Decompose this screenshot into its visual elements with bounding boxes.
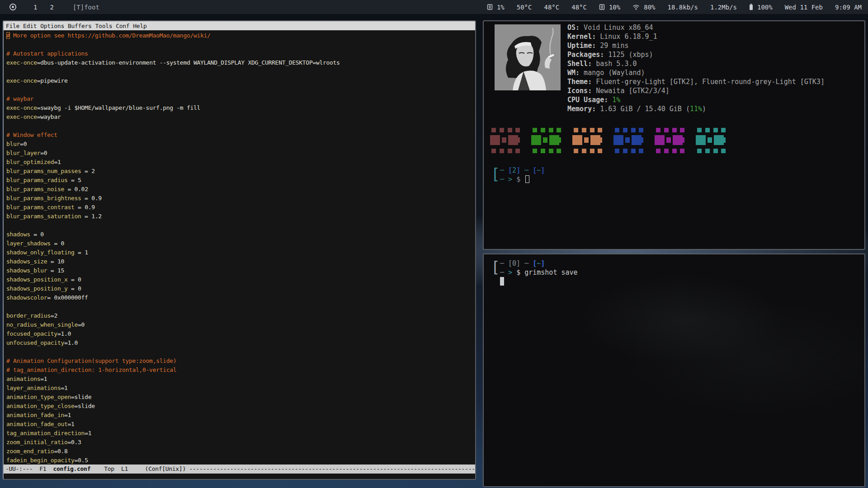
terminal-fastfetch-window[interactable]: OS: Void Linux x86_64Kernel: Linux 6.18.… [483, 20, 865, 250]
text-segment: = 1.2 [81, 213, 102, 220]
bar-module-value: 9:09 AM [835, 4, 862, 11]
text-segment: ] [516, 166, 520, 174]
text-segment: bash 5.3.0 [592, 60, 637, 68]
prompt-bracket: [ [491, 165, 500, 184]
text-segment: =dbus-update-activation-environment --sy… [37, 59, 340, 66]
text-segment: =1 [64, 412, 71, 418]
buffer-line: # Animation Configuration(support type:z… [6, 357, 475, 366]
text-segment: $ [516, 175, 524, 183]
text-segment: layer_animations [6, 385, 61, 391]
text-segment: =0.5 [75, 457, 88, 464]
text-segment: =1.0 [57, 330, 71, 337]
buffer-line: # tag_animation_direction: 1-horizontal,… [6, 366, 475, 375]
bar-module: 48°C [571, 4, 587, 11]
fetch-line: Kernel: Linux 6.18.9_1 [567, 32, 825, 41]
text-segment: ----------------------------------------… [189, 465, 475, 472]
text-segment: $ grimshot save [516, 268, 577, 277]
text-segment: animations [6, 375, 40, 382]
text-segment: =pipewire [37, 77, 68, 84]
text-segment: = 0.9 [81, 195, 102, 202]
cpu-icon [487, 4, 493, 10]
bar-module-value: 80% [644, 4, 655, 11]
text-segment: Theme: [567, 78, 592, 86]
buffer-line: exec-once=dbus-update-activation-environ… [6, 58, 475, 67]
text-segment: ~ [537, 259, 541, 267]
fetch-line: OS: Void Linux x86_64 [567, 23, 825, 32]
modeline-line: -UU-:--- F1 config.conf Top L1 (Conf[Uni… [5, 465, 475, 474]
text-segment: animation_fade_in [6, 412, 64, 418]
text-segment: Kernel: [567, 33, 596, 41]
text-segment: ─ [500, 175, 508, 183]
text-segment: ─ [520, 166, 533, 174]
buffer-line: blur_params_noise = 0.02 [6, 185, 475, 194]
wifi-icon [632, 4, 640, 10]
text-segment: 1% [612, 96, 620, 104]
buffer-line: blur_params_saturation = 1.2 [6, 212, 475, 221]
text-segment: [0] [508, 259, 520, 267]
emacs-modeline: -UU-:--- F1 config.conf Top L1 (Conf[Uni… [4, 465, 475, 474]
terminal-grimshot-window[interactable]: [─ [0] ─ [~]─ > $ grimshot save [483, 253, 865, 487]
text-segment: ] [541, 166, 545, 174]
bar-module-value: Wed 11 Feb [785, 4, 823, 11]
text-segment: zoom_initial_ratio [6, 439, 67, 446]
menu-item-file[interactable]: File [6, 23, 19, 29]
bar-module-value: 1% [497, 4, 505, 11]
buffer-line: shadows_position_y = 0 [6, 284, 475, 293]
text-segment: tag_animation_direction [6, 430, 85, 436]
buffer-line: exec-once=waybar [6, 113, 475, 122]
text-segment: Memory: [567, 105, 596, 113]
prompt-line: ─ > $ [500, 175, 545, 184]
bar-module: 80% [632, 4, 655, 11]
buffer-line: blur_params_radius = 5 [6, 176, 475, 185]
distro-logo-icon[interactable] [9, 3, 27, 11]
text-segment: =2 [51, 312, 57, 319]
palette-block [613, 128, 643, 154]
palette-block [572, 128, 602, 154]
text-segment: =0 [40, 150, 47, 156]
text-segment: 11% [690, 105, 702, 113]
bar-module: 10% [599, 4, 620, 11]
bar-module-value: 100% [757, 4, 773, 11]
buffer-line: zoom_initial_ratio=0.3 [6, 438, 475, 447]
text-segment: =waybar [37, 113, 61, 120]
text-segment: shadows_position_x [6, 276, 67, 283]
circle-dot-icon [9, 3, 17, 11]
text-segment: WM: [567, 69, 580, 77]
emacs-window[interactable]: FileEditOptionsBuffersToolsConfHelp # Mo… [3, 20, 476, 480]
buffer-line: blur_optimized=1 [6, 158, 475, 167]
text-segment: -UU-:--- F1 [5, 465, 53, 472]
text-segment: zoom_end_ratio [6, 448, 54, 455]
text-segment: Shell: [567, 60, 592, 68]
text-segment: shadow_only_floating [6, 249, 75, 256]
text-segment: shadows_position_y [6, 285, 67, 292]
text-segment: ~ [537, 166, 541, 174]
text-segment: animation_type_close [6, 403, 75, 409]
emacs-buffer[interactable]: # More option see https://github.com/Dre… [4, 30, 475, 465]
text-segment: Top L1 (Conf[Unix]) [90, 465, 189, 472]
text-segment: Uptime: [567, 42, 596, 50]
menu-item-options[interactable]: Options [40, 23, 64, 29]
buffer-line: unfocused_opacity=1.0 [6, 338, 475, 347]
buffer-line: layer_shadows = 0 [6, 239, 475, 248]
bar-left: 12 [T]foot [9, 3, 99, 11]
menu-item-edit[interactable]: Edit [23, 23, 37, 29]
buffer-line: # Window effect [6, 131, 475, 140]
menu-item-buffers[interactable]: Buffers [68, 23, 92, 29]
text-segment: blur_layer [6, 150, 40, 156]
menu-item-help[interactable]: Help [133, 23, 146, 29]
terminal-color-palette [490, 128, 726, 154]
fetch-line: Packages: 1125 (xbps) [567, 50, 825, 59]
text-segment: # tag_animation_direction: 1-horizontal,… [6, 366, 176, 373]
menu-item-tools[interactable]: Tools [95, 23, 113, 29]
workspace-tag-2[interactable]: 2 [43, 4, 60, 11]
bar-module: 50°C [517, 4, 532, 11]
workspace-tag-1[interactable]: 1 [27, 4, 43, 11]
cursor [500, 277, 504, 286]
fetch-line: Memory: 1.63 GiB / 15.40 GiB (11%) [567, 104, 825, 113]
text-segment: blur_params_contrast [6, 204, 75, 211]
buffer-line: animation_type_open=slide [6, 393, 475, 402]
buffer-line: no_radius_when_single=0 [6, 320, 475, 329]
menu-item-conf[interactable]: Conf [116, 23, 129, 29]
palette-block [531, 128, 561, 154]
workspace-tags: 12 [27, 4, 60, 11]
